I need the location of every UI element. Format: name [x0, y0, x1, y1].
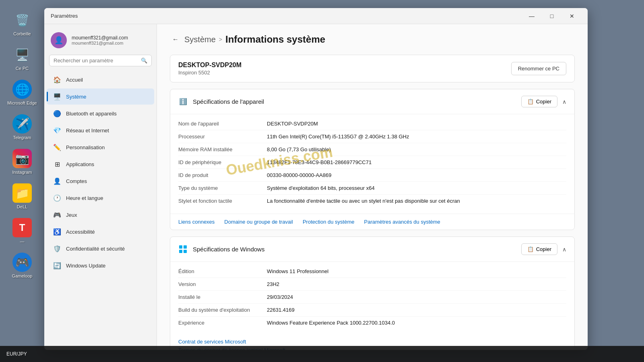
user-email: moumenff321@gmail.com	[72, 41, 128, 45]
main-content: ← Système > Informations système DESKTOP…	[157, 24, 588, 350]
sidebar: 👤 moumenff321@gmail.com moumenff321@gmai…	[44, 24, 157, 350]
table-row: Build du système d'exploitation 22631.41…	[178, 304, 566, 317]
table-row: Processeur 11th Gen Intel(R) Core(TM) i5…	[178, 130, 566, 143]
link-contrat-microsoft[interactable]: Contrat de services Microsoft	[178, 339, 566, 345]
copy-icon: 📋	[527, 99, 534, 105]
windows-specs-header: Spécifications de Windows 📋 Copier ∧	[170, 237, 574, 262]
linked-items: Liens connexes Domaine ou groupe de trav…	[170, 214, 574, 230]
spec-label-id-periph: ID de périphérique	[178, 159, 267, 165]
t-label: —	[20, 239, 25, 244]
desktop-icon-gameloop[interactable]: 🎮 Gameloop	[4, 250, 40, 281]
sidebar-item-windows-update[interactable]: 🔄 Windows Update	[47, 257, 154, 274]
win-label-installed: Installé le	[178, 294, 267, 300]
windows-collapse-chevron[interactable]: ∧	[562, 246, 566, 253]
desktop-icon-cepc[interactable]: 🖥️ Ce PC	[4, 43, 40, 73]
search-box[interactable]: 🔍	[49, 55, 152, 66]
dell-icon: 📁	[12, 183, 32, 203]
sidebar-item-label-accessibilite: Accessibilité	[66, 229, 95, 235]
sidebar-item-confidentialite[interactable]: 🛡️ Confidentialité et sécurité	[47, 241, 154, 257]
win-value-edition: Windows 11 Professionnel	[267, 268, 566, 274]
copy-windows-specs-button[interactable]: 📋 Copier	[521, 243, 557, 255]
device-specs-table: Nom de l'appareil DESKTOP-SVDP20M Proces…	[170, 114, 574, 214]
link-protection[interactable]: Protection du système	[303, 219, 355, 225]
copy-windows-icon: 📋	[527, 246, 534, 252]
sidebar-item-label-jeux: Jeux	[66, 212, 77, 218]
sidebar-item-label-systeme: Système	[66, 94, 87, 100]
link-domaine[interactable]: Domaine ou groupe de travail	[224, 219, 293, 225]
table-row: ID de produit 00330-80000-00000-AA869	[178, 169, 566, 182]
sidebar-item-label-personnalisation: Personnalisation	[66, 144, 105, 150]
breadcrumb-separator: >	[219, 36, 222, 43]
desktop-icon-edge[interactable]: 🌐 Microsoft Edge	[4, 77, 40, 108]
bluetooth-icon: 🔵	[53, 109, 61, 117]
copy-device-specs-button[interactable]: 📋 Copier	[521, 96, 557, 107]
desktop-icon-t[interactable]: T —	[4, 216, 40, 246]
win-label-build: Build du système d'exploitation	[178, 307, 267, 313]
sidebar-item-bluetooth[interactable]: 🔵 Bluetooth et appareils	[47, 105, 154, 121]
telegram-label: Telegram	[13, 135, 31, 140]
spec-value-ram: 8,00 Go (7,73 Go utilisable)	[267, 146, 566, 152]
pc-model: Inspiron 5502	[178, 70, 242, 76]
sidebar-item-label-heure: Heure et langue	[66, 195, 103, 201]
edge-label: Microsoft Edge	[7, 101, 37, 105]
win-label-experience: Expérience	[178, 320, 267, 326]
spec-value-type: Système d'exploitation 64 bits, processe…	[267, 185, 566, 191]
windows-specs-title: Spécifications de Windows	[193, 246, 264, 253]
edge-icon: 🌐	[12, 80, 32, 99]
sidebar-item-applications[interactable]: ⊞ Applications	[47, 156, 154, 172]
sidebar-item-label-confidentialite: Confidentialité et sécurité	[66, 246, 125, 252]
collapse-chevron[interactable]: ∧	[562, 99, 566, 105]
win-value-version: 23H2	[267, 281, 566, 287]
window-title: Paramètres	[51, 13, 522, 19]
spec-value-processeur: 11th Gen Intel(R) Core(TM) i5-1135G7 @ 2…	[267, 134, 566, 140]
sidebar-item-label-applications: Applications	[66, 161, 94, 167]
instagram-icon: 📷	[12, 149, 32, 168]
accounts-icon: 👤	[53, 177, 61, 185]
sidebar-item-comptes[interactable]: 👤 Comptes	[47, 173, 154, 189]
desktop-icon-dell[interactable]: 📁 DeLL	[4, 181, 40, 212]
desktop-icon-instagram[interactable]: 📷 Instagram	[4, 146, 40, 177]
close-button[interactable]: ✕	[563, 10, 581, 23]
table-row: Nom de l'appareil DESKTOP-SVDP20M	[178, 117, 566, 130]
windows-icon	[178, 245, 188, 254]
sidebar-item-heure[interactable]: 🕐 Heure et langue	[47, 190, 154, 206]
sidebar-item-reseau[interactable]: 💎 Réseau et Internet	[47, 122, 154, 138]
home-icon: 🏠	[53, 76, 61, 84]
table-row: Édition Windows 11 Professionnel	[178, 265, 566, 278]
table-row: Stylet et fonction tactile La fonctionna…	[178, 195, 566, 207]
desktop: 🗑️ Corbeille 🖥️ Ce PC 🌐 Microsoft Edge ✈…	[0, 0, 44, 362]
link-connexes[interactable]: Liens connexes	[178, 219, 215, 225]
desktop-icon-corbeille[interactable]: 🗑️ Corbeille	[4, 8, 40, 39]
desktop-icon-telegram[interactable]: ✈️ Telegram	[4, 112, 40, 142]
t-icon: T	[12, 218, 32, 237]
section-title-row: ℹ️ Spécifications de l'appareil	[178, 97, 264, 107]
sidebar-item-systeme[interactable]: 🖥️ Système	[47, 88, 154, 105]
settings-window: Paramètres — □ ✕ 👤 moumenff321@gmail.com…	[44, 8, 588, 350]
minimize-button[interactable]: —	[522, 10, 541, 23]
sidebar-item-jeux[interactable]: 🎮 Jeux	[47, 207, 154, 223]
user-info: moumenff321@gmail.com moumenff321@gmail.…	[72, 35, 128, 45]
back-button[interactable]: ←	[170, 34, 181, 45]
table-row: Installé le 29/03/2024	[178, 291, 566, 304]
info-icon: ℹ️	[178, 97, 188, 107]
cepc-label: Ce PC	[16, 66, 29, 71]
sidebar-item-accessibilite[interactable]: ♿ Accessibilité	[47, 224, 154, 240]
maximize-button[interactable]: □	[543, 10, 561, 23]
spec-value-stylet: La fonctionnalité d'entrée tactile ou av…	[267, 198, 566, 204]
pc-details: DESKTOP-SVDP20M Inspiron 5502	[178, 62, 242, 76]
breadcrumb-current: Informations système	[225, 34, 325, 45]
rename-pc-button[interactable]: Renommer ce PC	[511, 62, 566, 75]
win-label-edition: Édition	[178, 268, 267, 274]
link-parametres-avances[interactable]: Paramètres avancés du système	[364, 219, 440, 225]
user-section[interactable]: 👤 moumenff321@gmail.com moumenff321@gmai…	[44, 29, 157, 55]
sidebar-item-accueil[interactable]: 🏠 Accueil	[47, 72, 154, 88]
corbeille-icon: 🗑️	[12, 10, 32, 30]
search-input[interactable]	[54, 58, 138, 64]
windows-specs-section: Spécifications de Windows 📋 Copier ∧ Édi…	[170, 237, 575, 350]
sidebar-item-label-reseau: Réseau et Internet	[66, 128, 109, 134]
table-row: Mémoire RAM installée 8,00 Go (7,73 Go u…	[178, 143, 566, 156]
sidebar-item-label-bluetooth: Bluetooth et appareils	[66, 111, 117, 117]
breadcrumb-parent[interactable]: Système	[184, 35, 216, 44]
personalization-icon: ✏️	[53, 143, 61, 151]
sidebar-item-personnalisation[interactable]: ✏️ Personnalisation	[47, 139, 154, 155]
